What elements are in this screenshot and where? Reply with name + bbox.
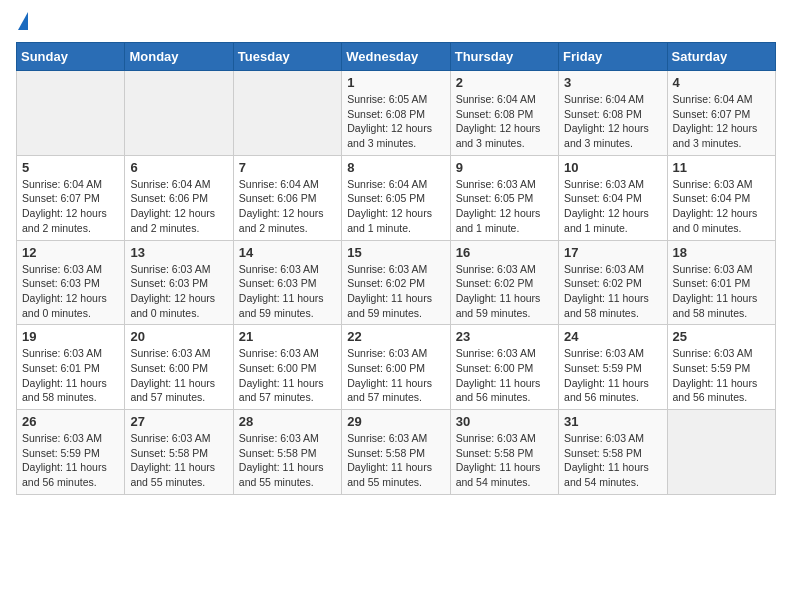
day-info: Sunrise: 6:03 AM Sunset: 6:00 PM Dayligh… xyxy=(130,346,227,405)
day-number: 25 xyxy=(673,329,770,344)
day-info: Sunrise: 6:03 AM Sunset: 5:58 PM Dayligh… xyxy=(564,431,661,490)
calendar-header-monday: Monday xyxy=(125,43,233,71)
day-info: Sunrise: 6:04 AM Sunset: 6:07 PM Dayligh… xyxy=(22,177,119,236)
calendar-week-row: 19Sunrise: 6:03 AM Sunset: 6:01 PM Dayli… xyxy=(17,325,776,410)
day-number: 15 xyxy=(347,245,444,260)
day-number: 5 xyxy=(22,160,119,175)
day-number: 28 xyxy=(239,414,336,429)
day-number: 30 xyxy=(456,414,553,429)
day-number: 7 xyxy=(239,160,336,175)
calendar-cell xyxy=(125,71,233,156)
calendar-cell: 14Sunrise: 6:03 AM Sunset: 6:03 PM Dayli… xyxy=(233,240,341,325)
day-info: Sunrise: 6:03 AM Sunset: 6:02 PM Dayligh… xyxy=(347,262,444,321)
day-number: 6 xyxy=(130,160,227,175)
calendar-cell: 22Sunrise: 6:03 AM Sunset: 6:00 PM Dayli… xyxy=(342,325,450,410)
calendar-week-row: 26Sunrise: 6:03 AM Sunset: 5:59 PM Dayli… xyxy=(17,410,776,495)
calendar-cell: 1Sunrise: 6:05 AM Sunset: 6:08 PM Daylig… xyxy=(342,71,450,156)
logo xyxy=(16,16,28,30)
day-info: Sunrise: 6:03 AM Sunset: 6:01 PM Dayligh… xyxy=(22,346,119,405)
day-info: Sunrise: 6:03 AM Sunset: 6:02 PM Dayligh… xyxy=(456,262,553,321)
day-info: Sunrise: 6:04 AM Sunset: 6:06 PM Dayligh… xyxy=(130,177,227,236)
day-number: 20 xyxy=(130,329,227,344)
day-number: 3 xyxy=(564,75,661,90)
calendar-cell: 17Sunrise: 6:03 AM Sunset: 6:02 PM Dayli… xyxy=(559,240,667,325)
day-info: Sunrise: 6:03 AM Sunset: 6:05 PM Dayligh… xyxy=(456,177,553,236)
calendar-week-row: 5Sunrise: 6:04 AM Sunset: 6:07 PM Daylig… xyxy=(17,155,776,240)
day-info: Sunrise: 6:03 AM Sunset: 5:59 PM Dayligh… xyxy=(22,431,119,490)
day-number: 10 xyxy=(564,160,661,175)
day-info: Sunrise: 6:03 AM Sunset: 5:58 PM Dayligh… xyxy=(239,431,336,490)
day-number: 27 xyxy=(130,414,227,429)
day-info: Sunrise: 6:03 AM Sunset: 6:00 PM Dayligh… xyxy=(347,346,444,405)
calendar-cell xyxy=(17,71,125,156)
calendar-cell: 13Sunrise: 6:03 AM Sunset: 6:03 PM Dayli… xyxy=(125,240,233,325)
calendar-cell: 10Sunrise: 6:03 AM Sunset: 6:04 PM Dayli… xyxy=(559,155,667,240)
calendar-cell: 9Sunrise: 6:03 AM Sunset: 6:05 PM Daylig… xyxy=(450,155,558,240)
calendar-cell: 18Sunrise: 6:03 AM Sunset: 6:01 PM Dayli… xyxy=(667,240,775,325)
day-info: Sunrise: 6:03 AM Sunset: 6:00 PM Dayligh… xyxy=(239,346,336,405)
day-info: Sunrise: 6:03 AM Sunset: 6:03 PM Dayligh… xyxy=(130,262,227,321)
day-number: 29 xyxy=(347,414,444,429)
logo-triangle-icon xyxy=(18,12,28,30)
day-number: 14 xyxy=(239,245,336,260)
calendar-cell xyxy=(233,71,341,156)
calendar-cell: 25Sunrise: 6:03 AM Sunset: 5:59 PM Dayli… xyxy=(667,325,775,410)
calendar-cell: 30Sunrise: 6:03 AM Sunset: 5:58 PM Dayli… xyxy=(450,410,558,495)
calendar-header-sunday: Sunday xyxy=(17,43,125,71)
day-number: 26 xyxy=(22,414,119,429)
day-info: Sunrise: 6:03 AM Sunset: 5:59 PM Dayligh… xyxy=(564,346,661,405)
day-number: 22 xyxy=(347,329,444,344)
calendar-cell: 12Sunrise: 6:03 AM Sunset: 6:03 PM Dayli… xyxy=(17,240,125,325)
day-number: 13 xyxy=(130,245,227,260)
day-number: 11 xyxy=(673,160,770,175)
day-info: Sunrise: 6:03 AM Sunset: 6:02 PM Dayligh… xyxy=(564,262,661,321)
calendar-header-wednesday: Wednesday xyxy=(342,43,450,71)
day-info: Sunrise: 6:03 AM Sunset: 5:58 PM Dayligh… xyxy=(456,431,553,490)
calendar-cell: 11Sunrise: 6:03 AM Sunset: 6:04 PM Dayli… xyxy=(667,155,775,240)
calendar-cell: 20Sunrise: 6:03 AM Sunset: 6:00 PM Dayli… xyxy=(125,325,233,410)
day-number: 2 xyxy=(456,75,553,90)
calendar-cell: 28Sunrise: 6:03 AM Sunset: 5:58 PM Dayli… xyxy=(233,410,341,495)
day-info: Sunrise: 6:03 AM Sunset: 6:03 PM Dayligh… xyxy=(239,262,336,321)
day-number: 17 xyxy=(564,245,661,260)
day-info: Sunrise: 6:03 AM Sunset: 5:59 PM Dayligh… xyxy=(673,346,770,405)
day-info: Sunrise: 6:03 AM Sunset: 5:58 PM Dayligh… xyxy=(130,431,227,490)
day-info: Sunrise: 6:03 AM Sunset: 6:03 PM Dayligh… xyxy=(22,262,119,321)
day-number: 21 xyxy=(239,329,336,344)
calendar-cell: 21Sunrise: 6:03 AM Sunset: 6:00 PM Dayli… xyxy=(233,325,341,410)
calendar-week-row: 12Sunrise: 6:03 AM Sunset: 6:03 PM Dayli… xyxy=(17,240,776,325)
calendar-cell: 3Sunrise: 6:04 AM Sunset: 6:08 PM Daylig… xyxy=(559,71,667,156)
calendar-header-thursday: Thursday xyxy=(450,43,558,71)
calendar-cell: 5Sunrise: 6:04 AM Sunset: 6:07 PM Daylig… xyxy=(17,155,125,240)
day-number: 8 xyxy=(347,160,444,175)
calendar-cell: 26Sunrise: 6:03 AM Sunset: 5:59 PM Dayli… xyxy=(17,410,125,495)
calendar-header-friday: Friday xyxy=(559,43,667,71)
calendar-header-saturday: Saturday xyxy=(667,43,775,71)
calendar-header-tuesday: Tuesday xyxy=(233,43,341,71)
calendar-cell: 31Sunrise: 6:03 AM Sunset: 5:58 PM Dayli… xyxy=(559,410,667,495)
calendar-cell: 7Sunrise: 6:04 AM Sunset: 6:06 PM Daylig… xyxy=(233,155,341,240)
day-number: 24 xyxy=(564,329,661,344)
day-number: 4 xyxy=(673,75,770,90)
day-number: 12 xyxy=(22,245,119,260)
day-info: Sunrise: 6:04 AM Sunset: 6:07 PM Dayligh… xyxy=(673,92,770,151)
day-info: Sunrise: 6:04 AM Sunset: 6:08 PM Dayligh… xyxy=(564,92,661,151)
day-number: 9 xyxy=(456,160,553,175)
calendar-cell: 6Sunrise: 6:04 AM Sunset: 6:06 PM Daylig… xyxy=(125,155,233,240)
calendar-cell: 24Sunrise: 6:03 AM Sunset: 5:59 PM Dayli… xyxy=(559,325,667,410)
calendar-cell: 29Sunrise: 6:03 AM Sunset: 5:58 PM Dayli… xyxy=(342,410,450,495)
day-info: Sunrise: 6:04 AM Sunset: 6:05 PM Dayligh… xyxy=(347,177,444,236)
calendar-header-row: SundayMondayTuesdayWednesdayThursdayFrid… xyxy=(17,43,776,71)
calendar-cell: 19Sunrise: 6:03 AM Sunset: 6:01 PM Dayli… xyxy=(17,325,125,410)
calendar-week-row: 1Sunrise: 6:05 AM Sunset: 6:08 PM Daylig… xyxy=(17,71,776,156)
day-info: Sunrise: 6:03 AM Sunset: 6:00 PM Dayligh… xyxy=(456,346,553,405)
day-info: Sunrise: 6:04 AM Sunset: 6:06 PM Dayligh… xyxy=(239,177,336,236)
day-info: Sunrise: 6:03 AM Sunset: 6:04 PM Dayligh… xyxy=(564,177,661,236)
calendar-table: SundayMondayTuesdayWednesdayThursdayFrid… xyxy=(16,42,776,495)
calendar-cell: 27Sunrise: 6:03 AM Sunset: 5:58 PM Dayli… xyxy=(125,410,233,495)
day-info: Sunrise: 6:03 AM Sunset: 6:04 PM Dayligh… xyxy=(673,177,770,236)
calendar-cell: 16Sunrise: 6:03 AM Sunset: 6:02 PM Dayli… xyxy=(450,240,558,325)
day-number: 18 xyxy=(673,245,770,260)
calendar-cell: 15Sunrise: 6:03 AM Sunset: 6:02 PM Dayli… xyxy=(342,240,450,325)
day-number: 19 xyxy=(22,329,119,344)
